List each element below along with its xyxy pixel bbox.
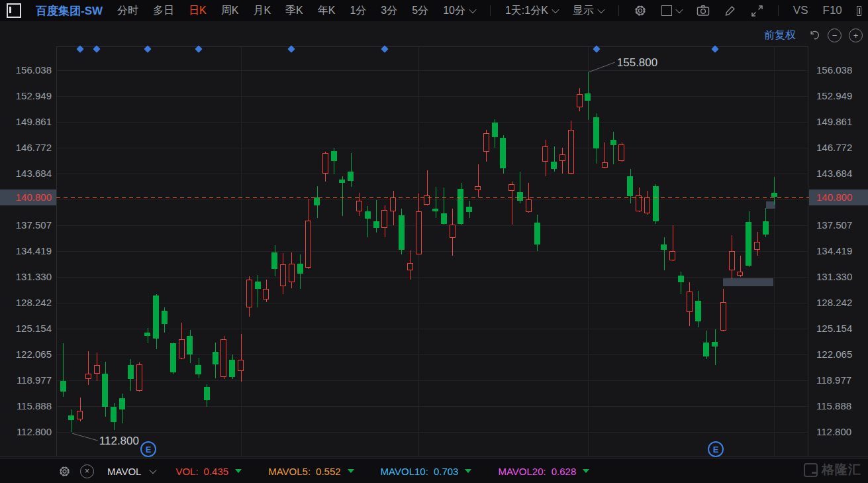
y-axis-label-left: 125.154	[0, 323, 52, 335]
candle	[585, 93, 591, 101]
f10-button[interactable]: F10	[823, 4, 842, 17]
candle	[144, 333, 150, 336]
candle	[77, 411, 83, 419]
tab-日K[interactable]: 日K	[189, 4, 207, 18]
reset-undo-icon[interactable]	[808, 29, 820, 41]
draw-pencil-icon[interactable]	[724, 5, 736, 17]
candle	[508, 184, 514, 191]
tab-月K[interactable]: 月K	[253, 4, 271, 18]
chart-subbar: 前复权 − +	[764, 27, 863, 44]
zoom-out-button[interactable]: −	[828, 28, 842, 42]
chevron-down-icon	[597, 6, 604, 13]
tab-5分[interactable]: 5分	[412, 4, 428, 18]
chart-style-icon	[661, 5, 672, 16]
y-axis-label-left: 118.977	[0, 374, 52, 386]
watermark-brand: 格隆汇	[822, 461, 861, 478]
y-axis-label-left: 137.507	[0, 219, 52, 231]
y-axis-label-right: 149.861	[816, 116, 852, 128]
candle	[314, 197, 320, 205]
watermark-logo: 格隆汇	[804, 461, 861, 478]
y-axis-label-right: 118.977	[816, 374, 851, 386]
candle	[381, 210, 387, 228]
candle	[771, 193, 777, 197]
gelonghui-logo-icon	[804, 463, 818, 477]
tab-多日[interactable]: 多日	[153, 4, 174, 18]
tab-10分[interactable]: 10分	[443, 4, 475, 18]
indicator-item: VOL:0.435	[175, 466, 242, 477]
candle	[483, 133, 489, 152]
collapse-triangle-icon[interactable]	[235, 469, 242, 473]
candle	[610, 140, 616, 145]
candle	[593, 117, 599, 148]
y-axis-label-left: 149.861	[0, 116, 52, 128]
candle	[60, 381, 66, 392]
collapse-triangle-icon[interactable]	[583, 469, 589, 473]
y-axis-label-left: 152.949	[0, 90, 52, 102]
compare-period-selector[interactable]: 1天:1分K	[505, 4, 558, 18]
tab-1分[interactable]: 1分	[350, 4, 366, 18]
app-window: 百度集团-SW 分时多日日K周K月K季K年K1分3分5分10分 1天:1分K 显…	[0, 0, 868, 483]
candle	[618, 144, 624, 161]
candle	[263, 289, 269, 299]
tab-分时[interactable]: 分时	[117, 4, 138, 18]
candle	[356, 201, 362, 211]
panel-right-icon[interactable]	[857, 6, 861, 16]
candle	[153, 295, 159, 338]
candlestick-plot[interactable]: 156.038156.038152.949152.949149.861149.8…	[0, 46, 868, 456]
chevron-down-icon[interactable]	[150, 466, 157, 474]
indicator-name[interactable]: MAVOL	[107, 466, 141, 477]
candle	[441, 213, 447, 223]
candle-wick	[613, 132, 614, 164]
earnings-event-marker[interactable]: E	[140, 441, 156, 457]
y-axis-label-left: 122.065	[0, 349, 52, 360]
candle-wick	[774, 177, 775, 205]
tab-周K[interactable]: 周K	[221, 4, 239, 18]
candle	[331, 151, 337, 161]
chart-style-selector[interactable]	[661, 5, 682, 16]
tab-季K[interactable]: 季K	[285, 4, 303, 18]
candle	[534, 223, 540, 244]
candle-wick	[664, 237, 665, 271]
grid-line-h	[56, 380, 808, 381]
chevron-down-icon	[469, 6, 476, 13]
candle	[432, 209, 438, 211]
candle	[551, 162, 557, 169]
tab-年K[interactable]: 年K	[318, 4, 336, 18]
candle	[687, 292, 693, 313]
candle	[365, 211, 371, 219]
panel-left-icon[interactable]	[7, 3, 21, 18]
highlight-zone	[723, 278, 773, 286]
candle	[170, 343, 176, 372]
zoom-in-button[interactable]: +	[849, 28, 863, 42]
candle	[729, 251, 735, 270]
candle	[737, 272, 743, 276]
chevron-down-icon	[675, 6, 683, 13]
candle	[763, 221, 769, 235]
candle	[85, 374, 91, 380]
candle-wick	[376, 200, 377, 233]
candle	[517, 192, 523, 201]
indicator-item: MAVOL10:0.703	[381, 466, 472, 477]
fullscreen-expand-icon[interactable]	[751, 5, 763, 17]
grid-line-h	[56, 277, 808, 278]
settings-gear-icon[interactable]	[634, 4, 647, 17]
adjust-type-selector[interactable]: 前复权	[764, 28, 796, 42]
grid-line-h	[56, 174, 808, 174]
vs-compare-button[interactable]: VS	[793, 4, 808, 17]
indicator-settings-gear-icon[interactable]	[58, 465, 71, 478]
collapse-triangle-icon[interactable]	[465, 469, 471, 473]
candle	[627, 176, 633, 196]
indicator-close-icon[interactable]: ×	[80, 464, 94, 478]
earnings-event-marker[interactable]: E	[708, 441, 724, 457]
tab-3分[interactable]: 3分	[381, 4, 397, 18]
candle-wick	[258, 275, 258, 307]
candle	[492, 123, 498, 138]
grid-line-h	[56, 432, 808, 433]
camera-screenshot-icon[interactable]	[697, 5, 710, 17]
grid-line-h	[56, 225, 808, 226]
grid-line-h	[56, 70, 808, 71]
symbol-title[interactable]: 百度集团-SW	[36, 3, 103, 19]
collapse-triangle-icon[interactable]	[348, 469, 354, 473]
y-axis-label-left: 156.038	[0, 64, 52, 76]
display-menu[interactable]: 显示	[573, 4, 604, 18]
